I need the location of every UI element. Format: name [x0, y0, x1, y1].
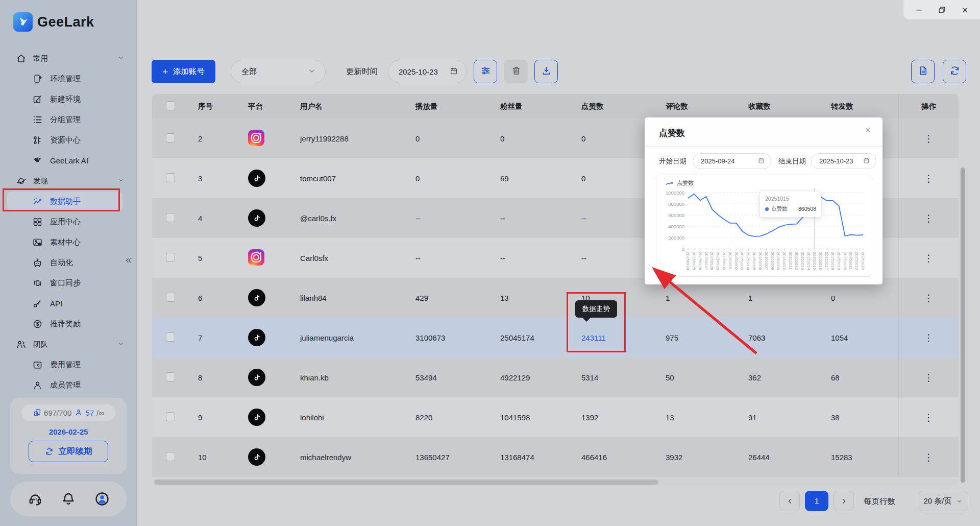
sidebar-collapse-handle[interactable]: «: [126, 253, 132, 266]
metric-link[interactable]: 4922129: [500, 373, 530, 382]
sidebar-item-geelark-ai[interactable]: GeeLark AI: [0, 150, 137, 171]
restore-icon[interactable]: [934, 3, 949, 17]
metric-link[interactable]: 0: [581, 174, 585, 183]
metric-link[interactable]: 69: [500, 174, 509, 183]
metric-link[interactable]: 13168474: [500, 453, 534, 462]
row-actions-kebab-icon[interactable]: ⋮: [924, 333, 934, 343]
minimize-icon[interactable]: [911, 3, 926, 17]
notifications-bell-icon[interactable]: [60, 490, 77, 508]
metric-link[interactable]: 13: [666, 413, 674, 422]
row-checkbox[interactable]: [166, 173, 175, 182]
sidebar-item-env-manage[interactable]: 环境管理: [0, 68, 137, 89]
metric-link[interactable]: 362: [748, 373, 761, 382]
row-checkbox[interactable]: [166, 452, 175, 461]
filter-settings-button[interactable]: [474, 60, 497, 83]
metric-link[interactable]: 7063: [748, 333, 765, 342]
row-actions-kebab-icon[interactable]: ⋮: [924, 213, 934, 223]
metric-link[interactable]: 243111: [581, 333, 606, 342]
sidebar-item-new-env[interactable]: 新建环境: [0, 89, 137, 109]
refresh-button[interactable]: [943, 60, 966, 83]
sidebar-item-data-assistant[interactable]: 数据助手: [0, 191, 137, 211]
popup-close-icon[interactable]: ×: [861, 124, 874, 137]
current-page-button[interactable]: 1: [805, 491, 828, 511]
row-checkbox[interactable]: [166, 332, 175, 342]
update-date-picker[interactable]: 2025-10-23: [388, 60, 467, 83]
sidebar-group-team[interactable]: 团队: [0, 334, 137, 354]
empty-metric: --: [415, 214, 421, 223]
metric-link[interactable]: 26444: [748, 453, 770, 462]
vertical-scrollbar-thumb[interactable]: [961, 168, 965, 483]
add-account-button[interactable]: + 添加账号: [152, 60, 215, 83]
delete-button[interactable]: [504, 60, 528, 83]
sidebar-item-member-manage[interactable]: 成员管理: [0, 375, 137, 395]
metric-link[interactable]: 68: [831, 373, 840, 382]
rows-per-page-select[interactable]: 20 条/页: [918, 491, 968, 511]
export-download-button[interactable]: [534, 60, 558, 83]
start-date-picker[interactable]: 2025-09-24: [693, 153, 771, 169]
metric-link[interactable]: 1041598: [500, 413, 530, 422]
end-date-picker[interactable]: 2025-10-23: [811, 153, 876, 169]
row-checkbox[interactable]: [166, 372, 175, 381]
row-actions-kebab-icon[interactable]: ⋮: [924, 373, 934, 382]
row-actions-kebab-icon[interactable]: ⋮: [924, 452, 934, 462]
select-all-checkbox[interactable]: [166, 101, 175, 110]
account-avatar[interactable]: [93, 490, 111, 508]
metric-link[interactable]: 13: [500, 294, 509, 302]
row-actions-kebab-icon[interactable]: ⋮: [924, 253, 934, 263]
metric-link[interactable]: 91: [748, 413, 757, 422]
sidebar-item-automation[interactable]: 自动化: [0, 252, 137, 273]
report-document-button[interactable]: [911, 60, 935, 83]
metric-link[interactable]: 0: [500, 134, 504, 143]
row-actions-kebab-icon[interactable]: ⋮: [924, 174, 934, 183]
metric-link[interactable]: 975: [666, 333, 678, 342]
row-checkbox[interactable]: [166, 293, 175, 302]
metric-link[interactable]: 8220: [415, 413, 432, 422]
metric-link[interactable]: 0: [581, 134, 585, 143]
metric-link[interactable]: 429: [415, 294, 428, 302]
metric-link[interactable]: 0: [415, 134, 420, 143]
followers-cell: --: [492, 214, 573, 223]
sidebar-item-reward[interactable]: $推荐奖励: [0, 314, 137, 334]
horizontal-scrollbar-thumb[interactable]: [154, 480, 658, 485]
prev-page-button[interactable]: [779, 491, 800, 511]
metric-link[interactable]: 25045174: [500, 333, 534, 342]
row-checkbox[interactable]: [166, 133, 175, 142]
sidebar-item-window-sync[interactable]: 窗口同步: [0, 273, 137, 293]
row-checkbox[interactable]: [166, 213, 175, 222]
row-checkbox[interactable]: [166, 253, 175, 262]
metric-link[interactable]: 15283: [831, 453, 852, 462]
support-icon[interactable]: [27, 490, 44, 508]
metric-link[interactable]: 1392: [581, 413, 598, 422]
row-checkbox[interactable]: [166, 412, 175, 421]
row-actions-kebab-icon[interactable]: ⋮: [924, 413, 934, 422]
metric-link[interactable]: 1: [666, 294, 670, 302]
row-actions-kebab-icon[interactable]: ⋮: [924, 134, 934, 144]
next-page-button[interactable]: [834, 491, 854, 511]
renew-button[interactable]: 立即续期: [29, 441, 108, 462]
metric-link[interactable]: 1: [748, 294, 752, 302]
sidebar-group-home[interactable]: 常用: [0, 48, 137, 68]
sidebar-item-group-manage[interactable]: 分组管理: [0, 109, 137, 130]
close-icon[interactable]: [957, 3, 972, 17]
metric-link[interactable]: 466416: [581, 453, 607, 462]
sidebar-item-api[interactable]: API: [0, 293, 137, 314]
metric-link[interactable]: 53494: [415, 373, 437, 382]
sidebar-item-resource-center[interactable]: 资源中心: [0, 130, 137, 150]
metric-link[interactable]: 5314: [581, 373, 598, 382]
metric-link[interactable]: 50: [666, 373, 674, 382]
metric-link[interactable]: 1054: [831, 333, 848, 342]
metric-link[interactable]: 13650427: [415, 453, 450, 462]
row-actions-kebab-icon[interactable]: ⋮: [924, 293, 934, 303]
platform-filter-select[interactable]: 全部: [231, 60, 326, 83]
sidebar-item-app-center[interactable]: 应用中心: [0, 211, 137, 232]
rows-per-page-value: 20 条/页: [923, 496, 951, 506]
metric-link[interactable]: 0: [831, 294, 835, 302]
sidebar-item-material-center[interactable]: 素材中心: [0, 232, 137, 252]
sidebar-group-discover[interactable]: 发现: [0, 171, 137, 191]
metric-link[interactable]: 0: [415, 174, 420, 183]
metric-link[interactable]: 3100673: [415, 333, 445, 342]
sidebar-item-fee-manage[interactable]: 费用管理: [0, 354, 137, 375]
metric-link[interactable]: 3932: [666, 453, 682, 462]
metric-link[interactable]: 38: [831, 413, 840, 422]
plays-cell: --: [407, 254, 492, 262]
